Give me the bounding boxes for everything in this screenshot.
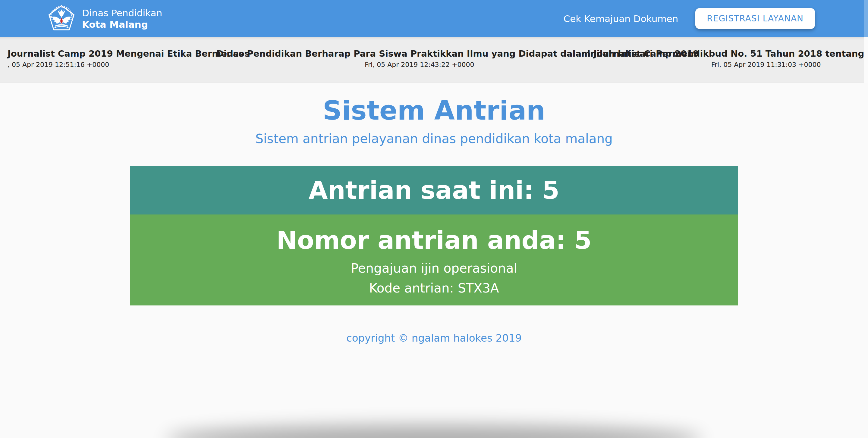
cek-kemajuan-dokumen-link[interactable]: Cek Kemajuan Dokumen	[564, 13, 678, 24]
news-ticker: Journalist Camp 2019 Mengenai Etika Berm…	[0, 37, 868, 82]
brand-link[interactable]: TUT WURI HANDAYANI Dinas Pendidikan Kota…	[48, 5, 162, 33]
header-nav: Cek Kemajuan Dokumen REGISTRASI LAYANAN	[564, 8, 815, 29]
scrollbar[interactable]	[864, 0, 868, 83]
registrasi-layanan-button[interactable]: REGISTRASI LAYANAN	[695, 8, 815, 29]
brand-text: Dinas Pendidikan Kota Malang	[82, 7, 162, 30]
copyright-text: copyright © ngalam halokes 2019	[346, 332, 522, 344]
logo-book-icon	[55, 26, 68, 28]
main-content: Sistem Antrian Sistem antrian pelayanan …	[0, 95, 868, 345]
scrollbar-track-ticker[interactable]	[864, 37, 868, 83]
scrollbar-track-header[interactable]	[864, 0, 868, 37]
news-item-date: , 05 Apr 2019 12:51:16 +0000	[7, 61, 109, 68]
brand-line1: Dinas Pendidikan	[82, 7, 162, 19]
current-queue-text: Antrian saat ini: 5	[309, 176, 559, 205]
page-subtitle: Sistem antrian pelayanan dinas pendidika…	[0, 130, 868, 147]
your-queue-number-text: Nomor antrian anda: 5	[130, 228, 738, 253]
service-name: Pengajuan ijin operasional	[130, 261, 738, 276]
news-item-date: Fri, 05 Apr 2019 11:31:03 +0000	[711, 61, 821, 68]
footer: copyright © ngalam halokes 2019	[0, 331, 868, 345]
news-item-title[interactable]: Journalist Camp 2019 Mengenai Etika Berm…	[7, 48, 250, 59]
queue-panel: Antrian saat ini: 5 Nomor antrian anda: …	[130, 166, 738, 305]
current-queue-banner: Antrian saat ini: 5	[130, 166, 738, 214]
brand-line2: Kota Malang	[82, 19, 162, 30]
header: TUT WURI HANDAYANI Dinas Pendidikan Kota…	[0, 0, 868, 37]
page-title: Sistem Antrian	[0, 95, 868, 126]
news-item-date: Fri, 05 Apr 2019 12:43:22 +0000	[365, 61, 474, 68]
news-item-title[interactable]: Inilah Intisari Permendikbud No. 51 Tahu…	[587, 48, 868, 59]
your-queue-banner: Nomor antrian anda: 5 Pengajuan ijin ope…	[130, 214, 738, 305]
window-bottom-shadow	[166, 425, 702, 438]
logo-flame-icon	[60, 18, 63, 24]
tut-wuri-handayani-logo: TUT WURI HANDAYANI	[48, 5, 75, 33]
queue-code-text: Kode antrian: STX3A	[130, 281, 738, 296]
